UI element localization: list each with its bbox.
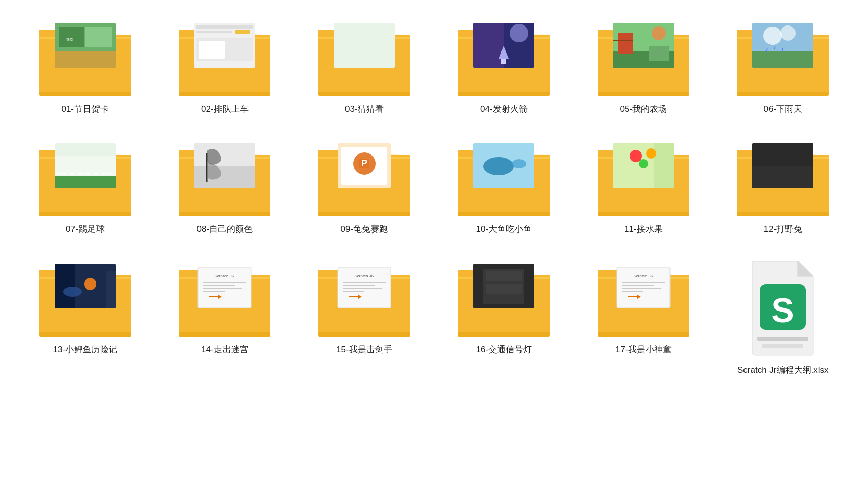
svg-rect-51 [194, 143, 255, 166]
svg-rect-45 [55, 176, 116, 188]
svg-rect-52 [194, 166, 255, 188]
svg-point-71 [646, 148, 656, 159]
svg-point-84 [63, 287, 82, 297]
item-label: 14-走出迷宫 [201, 344, 249, 356]
svg-rect-12 [235, 30, 250, 34]
file-item-18[interactable]: S Scratch Jr编程大纲.xlsx [718, 256, 848, 376]
svg-rect-32 [649, 46, 669, 61]
item-label: Scratch Jr编程大纲.xlsx [737, 364, 829, 376]
item-label: 02-排队上车 [201, 103, 249, 115]
file-item-3[interactable]: 03-猜猜看 [300, 15, 429, 115]
folder-icon: Scratch JR [313, 256, 415, 338]
svg-point-70 [630, 150, 642, 162]
file-item-5[interactable]: 05-我的农场 [579, 15, 708, 115]
item-label: 15-我是击剑手 [336, 344, 392, 356]
svg-point-65 [512, 159, 526, 168]
svg-rect-111 [617, 267, 670, 308]
folder-icon [453, 15, 555, 97]
item-label: 06-下雨天 [763, 103, 802, 115]
svg-rect-82 [106, 271, 116, 308]
xlsx-icon: S [742, 256, 824, 358]
file-item-11[interactable]: 11-接水果 [579, 136, 708, 236]
svg-text:S: S [772, 291, 795, 329]
svg-rect-3 [59, 27, 84, 47]
file-item-1[interactable]: 课堂 01-节日贺卡 [20, 15, 150, 115]
item-label: 10-大鱼吃小鱼 [476, 223, 532, 236]
folder-icon [592, 136, 695, 217]
svg-point-38 [780, 25, 796, 41]
folder-icon [34, 256, 136, 338]
item-label: 04-发射火箭 [480, 103, 528, 115]
svg-rect-14 [199, 41, 225, 59]
svg-rect-4 [85, 27, 112, 47]
folder-icon [732, 15, 834, 97]
folder-icon: Scratch JR [173, 256, 276, 338]
svg-rect-11 [196, 31, 232, 33]
svg-point-22 [510, 24, 528, 42]
svg-rect-30 [612, 40, 633, 41]
file-item-14[interactable]: Scratch JR 14-走出迷宫 [160, 256, 290, 376]
svg-rect-5 [55, 51, 116, 68]
svg-point-37 [763, 27, 782, 45]
svg-rect-17 [334, 23, 395, 68]
file-item-8[interactable]: 08-自己的颜色 [160, 136, 290, 236]
folder-icon [732, 136, 834, 217]
item-label: 01-节日贺卡 [61, 103, 109, 115]
file-item-12[interactable]: 12-打野兔 [718, 136, 848, 236]
item-label: 08-自己的颜色 [196, 223, 253, 236]
file-item-4[interactable]: 04-发射火箭 [439, 15, 569, 115]
svg-text:P: P [361, 158, 367, 168]
file-item-13[interactable]: 13-小鲤鱼历险记 [20, 256, 150, 376]
svg-text:Scratch JR: Scratch JR [633, 274, 653, 278]
folder-icon [173, 15, 276, 97]
file-item-15[interactable]: Scratch JR 15-我是击剑手 [300, 256, 429, 376]
file-item-16[interactable]: 16-交通信号灯 [439, 256, 569, 376]
svg-rect-10 [196, 25, 253, 29]
svg-point-31 [652, 26, 666, 40]
item-label: 13-小鲤鱼历险记 [53, 344, 117, 356]
svg-rect-96 [338, 267, 391, 308]
svg-point-83 [84, 278, 96, 290]
folder-icon [453, 136, 555, 217]
svg-point-64 [483, 157, 514, 175]
folder-icon [34, 136, 136, 217]
file-grid: 课堂 01-节日贺卡 02-排队上车 [20, 15, 848, 376]
svg-rect-36 [752, 51, 813, 68]
svg-rect-87 [198, 267, 251, 308]
file-item-7[interactable]: 07-踢足球 [20, 136, 150, 236]
file-item-17[interactable]: Scratch JR 17-我是小神童 [579, 256, 708, 376]
svg-rect-121 [762, 344, 803, 348]
item-label: 09-龟兔赛跑 [340, 223, 388, 236]
folder-icon [173, 136, 276, 217]
folder-icon: P [313, 136, 415, 217]
file-item-9[interactable]: P 09-龟兔赛跑 [300, 136, 429, 236]
folder-icon: 课堂 [34, 15, 136, 97]
svg-rect-29 [618, 33, 633, 54]
item-label: 16-交通信号灯 [476, 344, 532, 356]
svg-rect-76 [752, 143, 813, 166]
file-item-2[interactable]: 02-排队上车 [160, 15, 290, 115]
file-item-6[interactable]: 06-下雨天 [718, 15, 848, 115]
svg-text:Scratch JR: Scratch JR [354, 274, 374, 278]
svg-rect-21 [473, 23, 504, 68]
item-label: 03-猜猜看 [345, 103, 384, 115]
svg-rect-107 [486, 271, 522, 281]
svg-rect-120 [757, 337, 808, 341]
svg-text:课堂: 课堂 [66, 38, 73, 41]
item-label: 17-我是小神童 [615, 344, 672, 356]
item-label: 07-踢足球 [66, 223, 105, 236]
svg-rect-108 [486, 284, 522, 294]
svg-rect-77 [752, 166, 813, 188]
item-label: 11-接水果 [624, 223, 663, 236]
svg-rect-81 [55, 264, 75, 308]
svg-text:Scratch JR: Scratch JR [215, 274, 235, 278]
item-label: 12-打野兔 [763, 223, 802, 236]
svg-point-72 [639, 159, 648, 168]
folder-icon [453, 256, 555, 338]
folder-icon [313, 15, 415, 97]
item-label: 05-我的农场 [619, 103, 667, 115]
folder-icon [592, 15, 695, 97]
folder-icon: Scratch JR [592, 256, 695, 338]
file-item-10[interactable]: 10-大鱼吃小鱼 [439, 136, 569, 236]
